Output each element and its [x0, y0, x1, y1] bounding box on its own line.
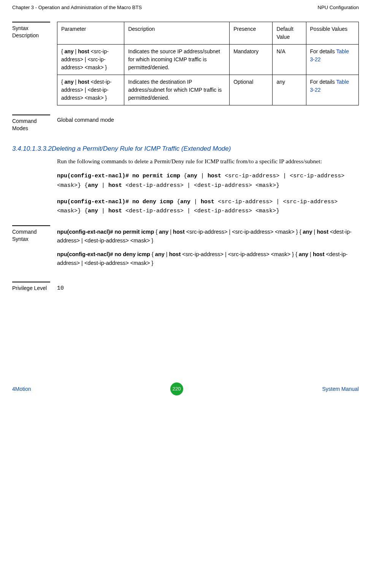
- header-left: Chapter 3 - Operation and Administration…: [12, 5, 142, 10]
- subsection-number: 3.4.10.1.3.3.2: [12, 145, 52, 152]
- cell-parameter: { any | host <dest-ip-address> | <dest-i…: [57, 75, 124, 105]
- th-default: Default Value: [273, 22, 306, 45]
- table-row: { any | host <dest-ip-address> | <dest-i…: [57, 75, 359, 105]
- cell-parameter: { any | host <src-ip-address> | <src-ip-…: [57, 45, 124, 75]
- command-example-permit: npu(config-ext-nacl)# no permit icmp {an…: [57, 172, 359, 191]
- table-row: { any | host <src-ip-address> | <src-ip-…: [57, 45, 359, 75]
- th-possible: Possible Values: [306, 22, 358, 45]
- th-parameter: Parameter: [57, 22, 124, 45]
- th-presence: Presence: [230, 22, 273, 45]
- privilege-level-value: 10: [57, 282, 359, 293]
- command-syntax-label: Command Syntax: [12, 225, 50, 272]
- cell-description: Indicates the source IP address/subnet f…: [124, 45, 230, 75]
- footer-right: System Manual: [322, 386, 359, 392]
- subsection-heading: 3.4.10.1.3.3.2Deleting a Permit/Deny Rul…: [12, 145, 359, 153]
- page-footer: 4Motion 220 System Manual: [0, 382, 371, 395]
- table-header-row: Parameter Description Presence Default V…: [57, 22, 359, 45]
- th-description: Description: [124, 22, 230, 45]
- syntax-description-label: Syntax Description: [12, 22, 50, 105]
- privilege-level-label: Privilege Level: [12, 282, 50, 293]
- header-right: NPU Configuration: [318, 5, 359, 10]
- cell-presence: Mandatory: [230, 45, 273, 75]
- cell-description: Indicates the destination IP address/sub…: [124, 75, 230, 105]
- cell-possible: For details Table 3-22: [306, 75, 358, 105]
- footer-left: 4Motion: [12, 386, 31, 392]
- footer-page-number: 220: [170, 382, 183, 395]
- command-syntax-permit: npu(config-ext-nacl)# no permit icmp { a…: [57, 228, 359, 245]
- page-header: Chapter 3 - Operation and Administration…: [12, 5, 359, 13]
- command-syntax-deny: npu(config-ext-nacl)# no deny icmp { any…: [57, 250, 359, 267]
- command-modes-label: Command Modes: [12, 115, 50, 132]
- cell-default: N/A: [273, 45, 306, 75]
- subsection-title: Deleting a Permit/Deny Rule for ICMP Tra…: [52, 145, 231, 152]
- syntax-description-table: Parameter Description Presence Default V…: [57, 22, 359, 105]
- command-modes-value: Global command mode: [57, 115, 359, 132]
- cell-presence: Optional: [230, 75, 273, 105]
- command-example-deny: npu(config-ext-nacl)# no deny icmp {any …: [57, 198, 359, 217]
- cell-possible: For details Table 3-22: [306, 45, 358, 75]
- subsection-intro: Run the following commands to delete a P…: [57, 156, 359, 166]
- cell-default: any: [273, 75, 306, 105]
